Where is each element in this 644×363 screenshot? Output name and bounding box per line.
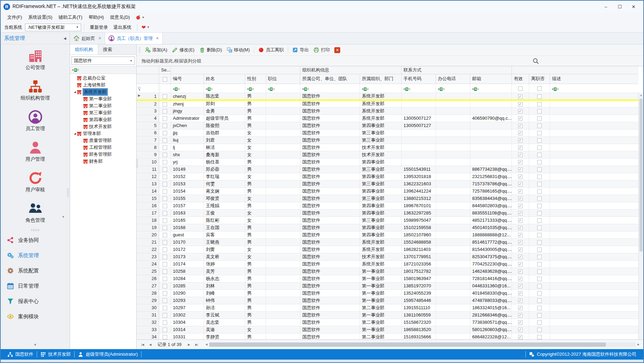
band-contact-info[interactable]: 联系方式 bbox=[401, 66, 512, 74]
cell-valid-checkbox[interactable] bbox=[512, 217, 529, 224]
cell-valid-checkbox[interactable] bbox=[512, 187, 529, 195]
cell-valid-checkbox[interactable] bbox=[512, 209, 529, 217]
row-checkbox[interactable] bbox=[159, 326, 171, 333]
employee-row[interactable]: 6 jjq 吉劲群 女 国思软件 第三事业部 bbox=[137, 129, 638, 136]
row-checkbox[interactable] bbox=[159, 173, 171, 180]
row-checkbox[interactable] bbox=[159, 129, 171, 136]
filter-cell[interactable]: ABC bbox=[470, 84, 512, 93]
row-checkbox[interactable] bbox=[159, 217, 171, 224]
employee-row[interactable]: 15 10155 邓俊贤 女 国思软件 第三事业部 bbox=[137, 195, 638, 202]
cell-valid-checkbox[interactable] bbox=[512, 268, 529, 275]
filter-cell[interactable] bbox=[529, 84, 550, 93]
row-checkbox[interactable] bbox=[159, 304, 171, 311]
cell-valid-checkbox[interactable] bbox=[512, 319, 529, 326]
cell-valid-checkbox[interactable] bbox=[512, 158, 529, 166]
tree-node[interactable]: 财务部 bbox=[70, 158, 136, 165]
row-checkbox[interactable] bbox=[159, 260, 171, 268]
column-header-mobile[interactable]: 手机号码 bbox=[401, 74, 436, 84]
employee-row[interactable]: 29 10293 钟伟 男 国思软件 第一事业部 bbox=[137, 297, 638, 304]
cell-valid-checkbox[interactable] bbox=[512, 260, 529, 268]
print-button[interactable]: 打印 bbox=[311, 45, 332, 54]
menu-file[interactable]: 文件(F) bbox=[4, 12, 25, 22]
row-checkbox[interactable] bbox=[159, 151, 171, 158]
cell-resigned-checkbox[interactable] bbox=[529, 304, 550, 311]
tree-node[interactable]: 上海销售部 bbox=[70, 82, 136, 88]
tab-employee-management[interactable]: 员工（职员）管理 ✕ bbox=[105, 33, 163, 44]
row-checkbox[interactable] bbox=[159, 282, 171, 289]
row-checkbox[interactable] bbox=[159, 166, 171, 173]
sidebar-item-role[interactable]: 角色管理 ▼ bbox=[1, 197, 70, 228]
filter-cell[interactable]: ABC bbox=[266, 84, 300, 93]
search-icon[interactable] bbox=[532, 58, 539, 65]
employee-resign-button[interactable]: 员工离职 bbox=[256, 45, 286, 54]
employee-row[interactable]: 25 10258 吴芳 男 国思软件 第一事业部 bbox=[137, 268, 638, 275]
cell-resigned-checkbox[interactable] bbox=[529, 166, 550, 173]
tab-close-icon[interactable]: ✕ bbox=[156, 36, 159, 41]
sidebar-nav-system-management[interactable]: 系统管理 bbox=[1, 248, 70, 263]
cell-valid-checkbox[interactable] bbox=[512, 115, 529, 122]
cell-valid-checkbox[interactable] bbox=[512, 326, 529, 333]
filter-cell[interactable]: ABC bbox=[245, 84, 266, 93]
employee-row[interactable]: 18 10165 陈红彬 女 国思软件 第三事业部 bbox=[137, 217, 638, 224]
cell-valid-checkbox[interactable] bbox=[512, 144, 529, 151]
sidebar-nav-demo[interactable]: 案例模块 bbox=[1, 309, 70, 324]
cell-valid-checkbox[interactable] bbox=[512, 282, 529, 289]
menu-tools[interactable]: 辅助工具(T) bbox=[55, 12, 86, 22]
employee-row[interactable]: 23 10173 吴文桥 女 国思软件 技术开发部 bbox=[137, 253, 638, 260]
row-checkbox[interactable] bbox=[159, 202, 171, 209]
tree-node[interactable]: 工程管理部 bbox=[70, 144, 136, 151]
employee-row[interactable]: 21 10170 王晓燕 男 国思软件 系统开发部 bbox=[137, 238, 638, 246]
row-checkbox[interactable] bbox=[159, 289, 171, 297]
filter-cell[interactable] bbox=[512, 84, 529, 93]
employee-row[interactable]: 26 10284 杨永志 男 国思软件 第一事业部 bbox=[137, 275, 638, 282]
cell-resigned-checkbox[interactable] bbox=[529, 195, 550, 202]
cell-resigned-checkbox[interactable] bbox=[529, 107, 550, 115]
row-checkbox[interactable] bbox=[159, 253, 171, 260]
cell-valid-checkbox[interactable] bbox=[512, 166, 529, 173]
horizontal-scroll-thumb[interactable] bbox=[209, 343, 606, 347]
cell-valid-checkbox[interactable] bbox=[512, 275, 529, 282]
select-all-checkbox[interactable] bbox=[159, 74, 171, 84]
sidebar-nav-reports[interactable]: 报表中心 bbox=[1, 294, 70, 309]
sidebar-scroll-down-icon[interactable]: ▼ bbox=[1, 340, 70, 349]
tree-expand-icon[interactable]: ◢ bbox=[73, 91, 77, 93]
scroll-up-icon[interactable]: ▲ bbox=[639, 93, 643, 98]
toolbar-drag-grip[interactable] bbox=[139, 47, 140, 53]
tree-node[interactable]: 第三事业部 bbox=[70, 109, 136, 116]
cell-resigned-checkbox[interactable] bbox=[529, 202, 550, 209]
apple-dropdown-arrow[interactable]: ▼ bbox=[142, 16, 145, 19]
close-button[interactable]: ✕ bbox=[627, 2, 641, 11]
cell-valid-checkbox[interactable] bbox=[512, 297, 529, 304]
cell-resigned-checkbox[interactable] bbox=[529, 268, 550, 275]
cell-resigned-checkbox[interactable] bbox=[529, 187, 550, 195]
cell-valid-checkbox[interactable] bbox=[512, 180, 529, 187]
row-checkbox[interactable] bbox=[159, 187, 171, 195]
cell-resigned-checkbox[interactable] bbox=[529, 129, 550, 136]
employee-row[interactable]: 12 10152 李红瑞 女 国思软件 第四事业部 bbox=[137, 173, 638, 180]
sidebar-item-employee[interactable]: 员工管理 bbox=[1, 105, 70, 136]
cell-resigned-checkbox[interactable] bbox=[529, 289, 550, 297]
sidebar-item-user-audit[interactable]: 用户审核 bbox=[1, 167, 70, 197]
row-checkbox[interactable] bbox=[159, 209, 171, 217]
first-record-button[interactable]: |◀ bbox=[139, 341, 146, 348]
cell-valid-checkbox[interactable] bbox=[512, 107, 529, 115]
employee-row[interactable]: 33 10314 吴迪 女 国思软件 第一事业部 bbox=[137, 326, 638, 333]
column-header-company[interactable]: 所属公司、单位、团队 bbox=[300, 74, 360, 84]
column-header-resigned[interactable]: 离职否 bbox=[529, 74, 550, 84]
column-header-valid[interactable]: 有效 bbox=[512, 74, 529, 84]
row-checkbox[interactable] bbox=[159, 333, 171, 339]
employee-row[interactable]: 28 10290 刘峰 男 国思软件 第一事业部 bbox=[137, 289, 638, 297]
employee-row[interactable]: 31 10302 李云斌 男 国思软件 第一事业部 bbox=[137, 311, 638, 319]
prev-record-button[interactable]: ◀ bbox=[146, 341, 154, 348]
cell-resigned-checkbox[interactable] bbox=[529, 93, 550, 100]
cell-resigned-checkbox[interactable] bbox=[529, 275, 550, 282]
cell-valid-checkbox[interactable] bbox=[512, 93, 529, 100]
sidebar-splitter[interactable] bbox=[1, 228, 70, 233]
cell-resigned-checkbox[interactable] bbox=[529, 151, 550, 158]
column-header-gender[interactable]: 性别 bbox=[245, 74, 266, 84]
cell-resigned-checkbox[interactable] bbox=[529, 224, 550, 231]
add-button[interactable]: 添加(A) bbox=[143, 45, 170, 54]
heart-skin-icon[interactable]: ❤ bbox=[141, 24, 146, 31]
scroll-right-icon[interactable]: ▶ bbox=[636, 343, 641, 346]
row-checkbox[interactable] bbox=[159, 319, 171, 326]
